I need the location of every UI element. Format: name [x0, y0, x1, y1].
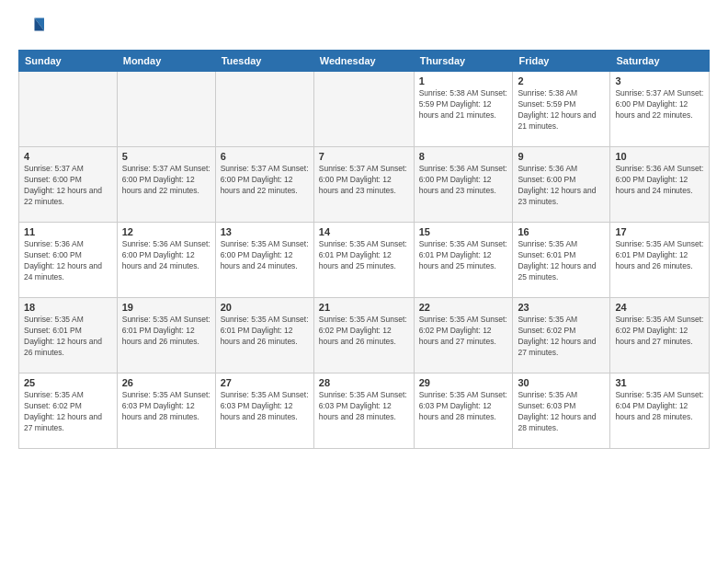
day-info: Sunrise: 5:37 AM Sunset: 6:00 PM Dayligh… — [615, 88, 704, 121]
calendar-cell: 28Sunrise: 5:35 AM Sunset: 6:03 PM Dayli… — [313, 373, 414, 449]
day-number: 4 — [24, 151, 112, 162]
day-info: Sunrise: 5:36 AM Sunset: 6:00 PM Dayligh… — [518, 164, 605, 208]
calendar-cell: 14Sunrise: 5:35 AM Sunset: 6:01 PM Dayli… — [313, 223, 414, 298]
day-info: Sunrise: 5:35 AM Sunset: 6:01 PM Dayligh… — [122, 315, 210, 348]
calendar-cell: 20Sunrise: 5:35 AM Sunset: 6:01 PM Dayli… — [215, 298, 313, 373]
calendar-cell: 21Sunrise: 5:35 AM Sunset: 6:02 PM Dayli… — [313, 298, 414, 373]
calendar-week-3: 18Sunrise: 5:35 AM Sunset: 6:01 PM Dayli… — [19, 298, 710, 373]
day-number: 10 — [615, 151, 704, 162]
calendar-week-4: 25Sunrise: 5:35 AM Sunset: 6:02 PM Dayli… — [19, 373, 710, 449]
day-info: Sunrise: 5:35 AM Sunset: 6:02 PM Dayligh… — [24, 390, 112, 434]
day-info: Sunrise: 5:35 AM Sunset: 6:01 PM Dayligh… — [518, 239, 605, 283]
logo — [18, 15, 48, 40]
day-number: 7 — [319, 151, 409, 162]
day-number: 2 — [518, 75, 605, 86]
day-info: Sunrise: 5:37 AM Sunset: 6:00 PM Dayligh… — [24, 164, 112, 208]
day-number: 12 — [122, 226, 210, 237]
calendar-cell: 30Sunrise: 5:35 AM Sunset: 6:03 PM Dayli… — [513, 373, 610, 449]
day-info: Sunrise: 5:36 AM Sunset: 6:00 PM Dayligh… — [122, 239, 210, 272]
day-number: 3 — [615, 75, 704, 86]
calendar-cell: 25Sunrise: 5:35 AM Sunset: 6:02 PM Dayli… — [19, 373, 118, 449]
day-info: Sunrise: 5:35 AM Sunset: 6:02 PM Dayligh… — [419, 315, 508, 348]
day-info: Sunrise: 5:35 AM Sunset: 6:02 PM Dayligh… — [615, 315, 704, 348]
day-number: 15 — [419, 226, 508, 237]
calendar-cell: 29Sunrise: 5:35 AM Sunset: 6:03 PM Dayli… — [414, 373, 513, 449]
calendar-cell — [19, 72, 118, 147]
calendar-week-0: 1Sunrise: 5:38 AM Sunset: 5:59 PM Daylig… — [19, 72, 710, 147]
logo-icon — [18, 15, 44, 40]
calendar-cell — [215, 72, 313, 147]
day-number: 9 — [518, 151, 605, 162]
day-number: 8 — [419, 151, 508, 162]
day-info: Sunrise: 5:35 AM Sunset: 6:01 PM Dayligh… — [419, 239, 508, 272]
day-info: Sunrise: 5:37 AM Sunset: 6:00 PM Dayligh… — [221, 164, 309, 197]
day-info: Sunrise: 5:35 AM Sunset: 6:02 PM Dayligh… — [319, 315, 409, 348]
calendar-cell: 6Sunrise: 5:37 AM Sunset: 6:00 PM Daylig… — [215, 147, 313, 223]
calendar-cell: 23Sunrise: 5:35 AM Sunset: 6:02 PM Dayli… — [513, 298, 610, 373]
day-number: 6 — [221, 151, 309, 162]
day-number: 23 — [518, 302, 605, 313]
day-number: 27 — [221, 377, 309, 388]
day-info: Sunrise: 5:35 AM Sunset: 6:03 PM Dayligh… — [319, 390, 409, 423]
day-number: 24 — [615, 302, 704, 313]
calendar-cell: 5Sunrise: 5:37 AM Sunset: 6:00 PM Daylig… — [117, 147, 215, 223]
calendar-cell: 11Sunrise: 5:36 AM Sunset: 6:00 PM Dayli… — [19, 223, 118, 298]
day-info: Sunrise: 5:35 AM Sunset: 6:03 PM Dayligh… — [122, 390, 210, 423]
page: SundayMondayTuesdayWednesdayThursdayFrid… — [0, 0, 728, 563]
day-info: Sunrise: 5:35 AM Sunset: 6:01 PM Dayligh… — [615, 239, 704, 272]
day-number: 20 — [221, 302, 309, 313]
day-number: 31 — [615, 377, 704, 388]
day-number: 26 — [122, 377, 210, 388]
day-number: 30 — [518, 377, 605, 388]
calendar-cell: 4Sunrise: 5:37 AM Sunset: 6:00 PM Daylig… — [19, 147, 118, 223]
calendar-cell: 16Sunrise: 5:35 AM Sunset: 6:01 PM Dayli… — [513, 223, 610, 298]
calendar-cell: 17Sunrise: 5:35 AM Sunset: 6:01 PM Dayli… — [610, 223, 710, 298]
calendar-cell: 31Sunrise: 5:35 AM Sunset: 6:04 PM Dayli… — [610, 373, 710, 449]
day-header-thursday: Thursday — [414, 51, 513, 72]
calendar-cell — [313, 72, 414, 147]
day-number: 29 — [419, 377, 508, 388]
day-number: 14 — [319, 226, 409, 237]
calendar-week-1: 4Sunrise: 5:37 AM Sunset: 6:00 PM Daylig… — [19, 147, 710, 223]
day-info: Sunrise: 5:35 AM Sunset: 6:04 PM Dayligh… — [615, 390, 704, 423]
day-info: Sunrise: 5:36 AM Sunset: 6:00 PM Dayligh… — [24, 239, 112, 283]
day-header-wednesday: Wednesday — [313, 51, 414, 72]
day-number: 22 — [419, 302, 508, 313]
day-info: Sunrise: 5:36 AM Sunset: 6:00 PM Dayligh… — [615, 164, 704, 197]
calendar-header-row: SundayMondayTuesdayWednesdayThursdayFrid… — [19, 51, 710, 72]
day-number: 18 — [24, 302, 112, 313]
day-number: 1 — [419, 75, 508, 86]
calendar-table: SundayMondayTuesdayWednesdayThursdayFrid… — [18, 50, 710, 449]
day-header-saturday: Saturday — [610, 51, 710, 72]
day-info: Sunrise: 5:35 AM Sunset: 6:03 PM Dayligh… — [221, 390, 309, 423]
day-info: Sunrise: 5:35 AM Sunset: 6:00 PM Dayligh… — [221, 239, 309, 272]
day-number: 28 — [319, 377, 409, 388]
day-info: Sunrise: 5:35 AM Sunset: 6:02 PM Dayligh… — [518, 315, 605, 359]
day-number: 13 — [221, 226, 309, 237]
calendar-cell: 3Sunrise: 5:37 AM Sunset: 6:00 PM Daylig… — [610, 72, 710, 147]
calendar-cell: 26Sunrise: 5:35 AM Sunset: 6:03 PM Dayli… — [117, 373, 215, 449]
calendar-cell — [117, 72, 215, 147]
day-number: 11 — [24, 226, 112, 237]
day-info: Sunrise: 5:35 AM Sunset: 6:03 PM Dayligh… — [419, 390, 508, 423]
day-info: Sunrise: 5:37 AM Sunset: 6:00 PM Dayligh… — [122, 164, 210, 197]
day-info: Sunrise: 5:35 AM Sunset: 6:01 PM Dayligh… — [319, 239, 409, 272]
calendar-cell: 27Sunrise: 5:35 AM Sunset: 6:03 PM Dayli… — [215, 373, 313, 449]
day-header-friday: Friday — [513, 51, 610, 72]
day-info: Sunrise: 5:38 AM Sunset: 5:59 PM Dayligh… — [419, 88, 508, 121]
calendar-cell: 18Sunrise: 5:35 AM Sunset: 6:01 PM Dayli… — [19, 298, 118, 373]
day-header-monday: Monday — [117, 51, 215, 72]
day-info: Sunrise: 5:37 AM Sunset: 6:00 PM Dayligh… — [319, 164, 409, 197]
day-number: 5 — [122, 151, 210, 162]
calendar-cell: 12Sunrise: 5:36 AM Sunset: 6:00 PM Dayli… — [117, 223, 215, 298]
day-number: 21 — [319, 302, 409, 313]
day-number: 25 — [24, 377, 112, 388]
day-info: Sunrise: 5:36 AM Sunset: 6:00 PM Dayligh… — [419, 164, 508, 197]
day-number: 16 — [518, 226, 605, 237]
day-info: Sunrise: 5:38 AM Sunset: 5:59 PM Dayligh… — [518, 88, 605, 132]
calendar-cell: 7Sunrise: 5:37 AM Sunset: 6:00 PM Daylig… — [313, 147, 414, 223]
calendar-cell: 2Sunrise: 5:38 AM Sunset: 5:59 PM Daylig… — [513, 72, 610, 147]
header — [18, 15, 710, 40]
day-info: Sunrise: 5:35 AM Sunset: 6:01 PM Dayligh… — [24, 315, 112, 359]
calendar-cell: 13Sunrise: 5:35 AM Sunset: 6:00 PM Dayli… — [215, 223, 313, 298]
